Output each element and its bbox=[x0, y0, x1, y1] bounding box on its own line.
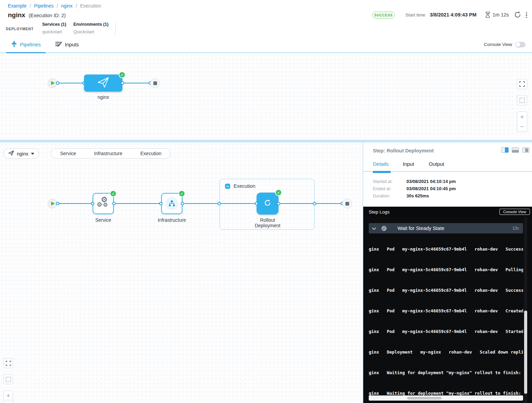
select-region-button[interactable] bbox=[3, 375, 13, 384]
connector bbox=[59, 203, 93, 204]
layout-split-bottom-icon[interactable] bbox=[512, 147, 519, 153]
log-line: ginx Pod my-nginx-5c46659c67-9mb4l rohan… bbox=[369, 328, 523, 335]
play-icon bbox=[51, 81, 55, 85]
paper-plane-icon bbox=[8, 150, 14, 157]
zoom-in-button[interactable]: + bbox=[3, 391, 13, 400]
stage-end-node[interactable] bbox=[342, 199, 352, 208]
pipelines-icon bbox=[11, 41, 17, 48]
connector bbox=[59, 83, 83, 83]
execution-group-label: Execution bbox=[234, 183, 256, 189]
log-lines: ginx Pod my-nginx-5c46659c67-9mb4l rohan… bbox=[369, 232, 523, 403]
log-line: ginx Pod my-nginx-5c46659c67-9mb4l rohan… bbox=[369, 266, 523, 273]
breadcrumb-nginx[interactable]: nginx bbox=[61, 3, 72, 9]
services-value: quickstart bbox=[42, 29, 66, 34]
log-console[interactable]: ✓ Wait for Steady State 13s ginx Pod my-… bbox=[363, 217, 532, 403]
marquee-icon bbox=[520, 98, 525, 103]
collapse-checkbox[interactable] bbox=[225, 184, 230, 189]
service-node-label: Service bbox=[87, 217, 119, 223]
page-title: nginx bbox=[8, 11, 25, 19]
ended-at-label: Ended at: bbox=[373, 186, 391, 191]
log-line: ginx Pod my-nginx-5c46659c67-9mb4l rohan… bbox=[369, 246, 523, 253]
start-time-value: 3/8/2021 4:09:43 PM bbox=[430, 12, 476, 18]
log-section-header[interactable]: ✓ Wait for Steady State 13s bbox=[369, 223, 523, 233]
environments-value: Quickstart bbox=[73, 29, 108, 34]
sitemap-icon bbox=[165, 197, 178, 210]
step-details-panel: Step: Rollout Deployment Details Input O… bbox=[363, 142, 532, 403]
chevron-down-icon[interactable] bbox=[372, 225, 376, 231]
rollout-deployment-node[interactable]: ✓ bbox=[257, 193, 279, 215]
segment-service[interactable]: Service bbox=[58, 151, 78, 156]
service-node[interactable]: ⚙ ⚙ ⚙ ✓ bbox=[93, 193, 114, 214]
stop-icon bbox=[345, 202, 349, 206]
segment-infrastructure[interactable]: Infrastructure bbox=[92, 151, 124, 156]
log-line: ginx Waiting for deployment "my-nginx" r… bbox=[369, 390, 523, 397]
stop-icon bbox=[153, 81, 157, 85]
tab-pipelines[interactable]: Pipelines bbox=[11, 37, 41, 52]
connector-port bbox=[255, 202, 258, 205]
pipeline-canvas[interactable]: ✓ nginx + − bbox=[0, 53, 532, 140]
tab-pipelines-label: Pipelines bbox=[20, 42, 41, 47]
select-region-button[interactable] bbox=[517, 95, 527, 105]
refresh-icon[interactable] bbox=[514, 11, 522, 19]
success-check-icon: ✓ bbox=[276, 190, 281, 195]
success-check-icon: ✓ bbox=[119, 72, 125, 78]
tab-output[interactable]: Output bbox=[429, 161, 444, 167]
divider bbox=[115, 22, 116, 35]
connector-port bbox=[313, 202, 316, 205]
page-header: Example / Pipelines / nginx / Execution … bbox=[0, 0, 532, 37]
environments-summary: Environments (1) Quickstart bbox=[73, 22, 108, 34]
fullscreen-button[interactable] bbox=[517, 79, 527, 89]
stage-selector-chip[interactable]: nginx bbox=[3, 148, 39, 159]
zoom-out-button[interactable]: − bbox=[3, 400, 13, 403]
tab-details[interactable]: Details bbox=[373, 161, 389, 167]
tab-inputs[interactable]: Inputs bbox=[55, 37, 79, 52]
infrastructure-node[interactable]: ✓ bbox=[161, 193, 182, 214]
breadcrumb-separator: / bbox=[76, 3, 77, 9]
zoom-in-button[interactable]: + bbox=[517, 112, 527, 122]
infrastructure-node-label: Infrastructure bbox=[154, 217, 189, 223]
active-tab-underline bbox=[373, 171, 391, 173]
segment-execution[interactable]: Execution bbox=[138, 151, 163, 156]
view-tabbar: Pipelines Inputs Console View bbox=[0, 37, 532, 53]
stage-selector-label: nginx bbox=[17, 151, 28, 157]
breadcrumb-example[interactable]: Example bbox=[8, 3, 26, 9]
layout-split-right-icon[interactable] bbox=[501, 147, 509, 153]
connector bbox=[124, 83, 150, 83]
connector-port bbox=[121, 81, 124, 85]
stage-node-label: nginx bbox=[84, 94, 122, 100]
stage-canvas[interactable]: nginx Service Infrastructure Execution E… bbox=[0, 142, 363, 403]
stage-node-nginx[interactable]: ✓ bbox=[84, 74, 122, 92]
status-badge: SUCCESS bbox=[372, 12, 395, 19]
chevron-down-icon bbox=[31, 153, 34, 155]
pipeline-end-node[interactable] bbox=[150, 78, 160, 88]
tab-inputs-label: Inputs bbox=[65, 42, 79, 47]
elapsed-time: 1m 12s bbox=[493, 12, 509, 18]
zoom-out-button[interactable]: − bbox=[517, 122, 527, 132]
log-line: ginx Pod my-nginx-5c46659c67-9mb4l rohan… bbox=[369, 287, 523, 294]
step-logs-title: Step Logs bbox=[369, 209, 390, 215]
log-line: ginx Deployment my-nginx rohan-dev Scale… bbox=[369, 349, 523, 356]
console-view-button[interactable]: Console View bbox=[499, 209, 530, 215]
stage-section-switcher: Service Infrastructure Execution bbox=[51, 148, 171, 159]
log-section-title: Wait for Steady State bbox=[398, 226, 444, 231]
fullscreen-button[interactable] bbox=[3, 358, 13, 368]
console-view-toggle[interactable] bbox=[515, 42, 525, 47]
canvas-divider bbox=[0, 140, 532, 142]
minus-icon bbox=[226, 186, 229, 187]
marquee-icon bbox=[6, 377, 11, 382]
tab-input[interactable]: Input bbox=[403, 161, 414, 167]
breadcrumb-pipelines[interactable]: Pipelines bbox=[34, 3, 54, 9]
environments-label: Environments (1) bbox=[73, 22, 108, 27]
more-options-icon[interactable] bbox=[524, 12, 529, 19]
layout-right-pane-icon[interactable] bbox=[522, 147, 529, 153]
connector-port bbox=[159, 202, 163, 205]
success-check-icon: ✓ bbox=[179, 191, 185, 196]
hourglass-icon bbox=[485, 12, 490, 19]
breadcrumb-separator: / bbox=[57, 3, 58, 9]
deployment-type-label: DEPLOYMENT bbox=[6, 27, 34, 31]
vertical-scrollbar-thumb[interactable] bbox=[524, 311, 527, 394]
rollout-node-label: Rollout Deployment bbox=[250, 217, 285, 228]
play-icon bbox=[51, 202, 55, 206]
rollout-refresh-icon bbox=[263, 199, 272, 208]
started-at-value: 03/08/2021 04:10:14 pm bbox=[406, 179, 456, 184]
